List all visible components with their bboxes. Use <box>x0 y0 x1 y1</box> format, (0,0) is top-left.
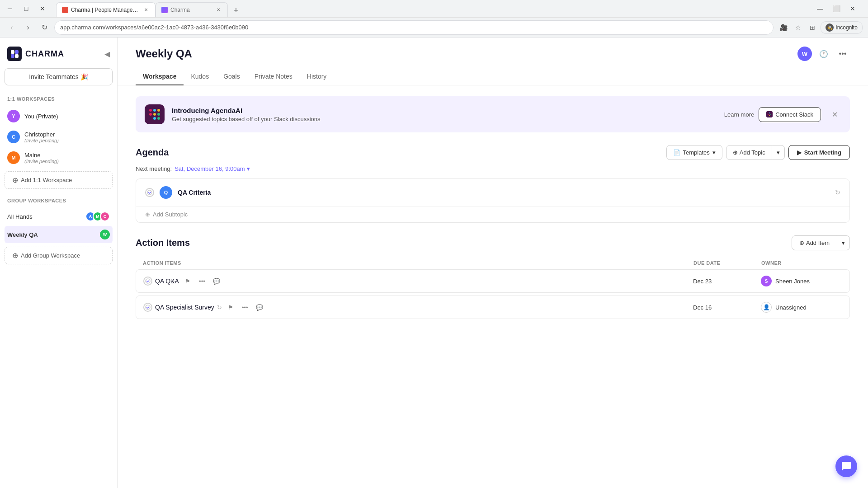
next-meeting-row: Next meeting: Sat, December 16, 9:00am ▾ <box>136 165 850 172</box>
ellipsis-icon-btn-2[interactable]: ••• <box>239 301 251 313</box>
sidebar-item-maine[interactable]: M Maine (Invite pending) <box>5 148 113 168</box>
owner-2: 👤 Unassigned <box>761 302 842 313</box>
add-subtopic-button[interactable]: ⊕ Add Subtopic <box>136 206 849 222</box>
banner-close-button[interactable]: ✕ <box>828 108 841 121</box>
action-items-table-header: ACTION ITEMS DUE DATE OWNER <box>136 257 850 269</box>
action-item-name-1: QA Q&A <box>155 277 179 285</box>
add-subtopic-icon: ⊕ <box>145 211 150 218</box>
owner-avatar-1: S <box>761 276 772 286</box>
minimize-button[interactable]: ─ <box>4 2 16 15</box>
avatar-ah-3: C <box>100 211 110 221</box>
sidebar-name-maine: Maine <box>24 152 110 159</box>
close-button[interactable]: ✕ <box>36 2 49 15</box>
svg-rect-13 <box>766 111 773 117</box>
add-item-button[interactable]: ⊕ Add Item <box>792 235 837 250</box>
add-topic-dropdown-button[interactable]: ▾ <box>772 145 785 160</box>
tab-close-2[interactable]: ✕ <box>215 6 222 14</box>
sidebar-item-text-christopher: Christopher (Invite pending) <box>24 131 110 143</box>
tab-history[interactable]: History <box>300 68 334 85</box>
col-header-action-items: ACTION ITEMS <box>143 260 693 266</box>
address-bar[interactable]: app.charma.com/workspaces/a6e00ac2-1ac0-… <box>54 20 774 35</box>
invite-teammates-button[interactable]: Invite Teammates 🎉 <box>5 68 113 85</box>
tab-favicon-2 <box>161 7 168 13</box>
svg-point-20 <box>146 305 150 310</box>
agenda-items-container: Q QA Criteria ↻ ⊕ Add Subtopic <box>136 178 850 223</box>
ellipsis-icon-btn-1[interactable]: ••• <box>196 275 208 287</box>
add-group-workspace-button[interactable]: ⊕ Add Group Workspace <box>5 247 113 264</box>
browser-menu-icon[interactable]: ⊞ <box>806 21 819 34</box>
comment-icon-btn-1[interactable]: 💬 <box>211 275 222 287</box>
qa-criteria-sync-icon[interactable]: ↻ <box>835 189 840 196</box>
action-item-name-2: QA Specialist Survey <box>155 304 214 311</box>
owner-1: S Sheen Jones <box>761 276 842 286</box>
camera-off-icon[interactable]: 🎥 <box>777 21 790 34</box>
back-button[interactable]: ‹ <box>5 21 18 34</box>
logo-text: CHARMA <box>25 49 64 59</box>
tab-goals[interactable]: Goals <box>216 68 247 85</box>
templates-button[interactable]: 📄 Templates ▾ <box>666 145 722 160</box>
tab-workspace[interactable]: Workspace <box>136 68 184 85</box>
add-topic-label: Add Topic <box>740 149 765 156</box>
clock-icon-button[interactable]: 🕐 <box>816 47 831 61</box>
learn-more-button[interactable]: Learn more <box>724 111 754 118</box>
action-items-header: Action Items ⊕ Add Item ▾ <box>136 235 850 250</box>
add-1-1-workspace-button[interactable]: ⊕ Add 1:1 Workspace <box>5 171 113 189</box>
tab-title-1: Charma | People Management S... <box>71 7 140 13</box>
incognito-button[interactable]: 🕵 Incognito <box>821 21 863 34</box>
agenda-section-header: Agenda 📄 Templates ▾ ⊕ Add Topic ▾ <box>136 145 850 160</box>
sidebar-item-you-private[interactable]: Y You (Private) <box>5 106 113 126</box>
browser-tab-inactive[interactable]: Charma ✕ <box>156 2 228 17</box>
browser-toolbar: ‹ › ↻ app.charma.com/workspaces/a6e00ac2… <box>0 17 868 37</box>
sidebar-item-weekly-qa[interactable]: Weekly QA W <box>5 226 113 243</box>
bookmark-icon[interactable]: ☆ <box>792 21 804 34</box>
sidebar-item-all-hands[interactable]: All Hands A M C <box>5 208 113 225</box>
action-item-check-2[interactable] <box>143 303 152 312</box>
connect-slack-label: Connect Slack <box>775 111 813 118</box>
start-meeting-button[interactable]: ▶ Start Meeting <box>788 145 850 160</box>
agenda-ai-banner: Introducing AgendaAI Get suggested topic… <box>136 96 850 132</box>
all-hands-avatars: A M C <box>85 211 110 221</box>
agenda-check-qa-criteria[interactable] <box>145 188 154 197</box>
tab-favicon-1 <box>62 7 68 13</box>
action-item-check-1[interactable] <box>143 277 152 286</box>
avatar-wqa: W <box>100 230 110 239</box>
tab-private-notes[interactable]: Private Notes <box>247 68 300 85</box>
add-topic-button[interactable]: ⊕ Add Topic <box>726 145 772 160</box>
svg-rect-7 <box>153 109 156 112</box>
tab-kudos[interactable]: Kudos <box>184 68 216 85</box>
sidebar-collapse-button[interactable]: ◀ <box>104 50 110 58</box>
incognito-icon: 🕵 <box>826 23 834 32</box>
add-1-1-icon: ⊕ <box>12 176 18 184</box>
browser-tab-active[interactable]: Charma | People Management S... ✕ <box>56 2 156 17</box>
maximize-button[interactable]: □ <box>20 2 33 15</box>
add-item-label: Add Item <box>806 239 830 246</box>
action-item-row-1: QA Q&A ⚑ ••• 💬 Dec 23 S Sheen Jones <box>136 269 850 293</box>
templates-label: Templates <box>683 149 710 156</box>
window-close-btn[interactable]: ✕ <box>846 2 859 15</box>
agenda-item-qa-criteria: Q QA Criteria ↻ <box>136 179 849 206</box>
action-item-sync-icon-2[interactable]: ↻ <box>217 304 222 311</box>
svg-rect-16 <box>770 114 771 115</box>
next-meeting-date-link[interactable]: Sat, December 16, 9:00am ▾ <box>175 165 250 172</box>
chat-widget-button[interactable] <box>835 455 857 477</box>
sidebar-item-christopher[interactable]: C Christopher (Invite pending) <box>5 127 113 147</box>
window-minimize-btn[interactable]: — <box>814 2 826 15</box>
add-item-plus-icon: ⊕ <box>799 239 804 246</box>
comment-icon-btn-2[interactable]: 💬 <box>254 301 265 313</box>
due-date-2: Dec 16 <box>693 304 761 311</box>
window-restore-btn[interactable]: ⬜ <box>830 2 843 15</box>
tab-close-1[interactable]: ✕ <box>142 6 150 14</box>
flag-icon-btn-1[interactable]: ⚑ <box>182 275 193 287</box>
refresh-button[interactable]: ↻ <box>38 21 51 34</box>
svg-rect-10 <box>157 117 160 120</box>
action-items-section: Action Items ⊕ Add Item ▾ ACTION ITEMS D… <box>136 235 850 319</box>
connect-slack-button[interactable]: Connect Slack <box>759 107 821 122</box>
more-options-button[interactable]: ••• <box>835 47 850 61</box>
svg-rect-1 <box>15 50 19 54</box>
col-header-owner: OWNER <box>761 260 843 266</box>
new-tab-button[interactable]: + <box>230 4 242 17</box>
section-1-1-title: 1:1 Workspaces <box>5 94 113 103</box>
add-item-dropdown-button[interactable]: ▾ <box>837 235 850 250</box>
flag-icon-btn-2[interactable]: ⚑ <box>225 301 236 313</box>
forward-button[interactable]: › <box>22 21 34 34</box>
